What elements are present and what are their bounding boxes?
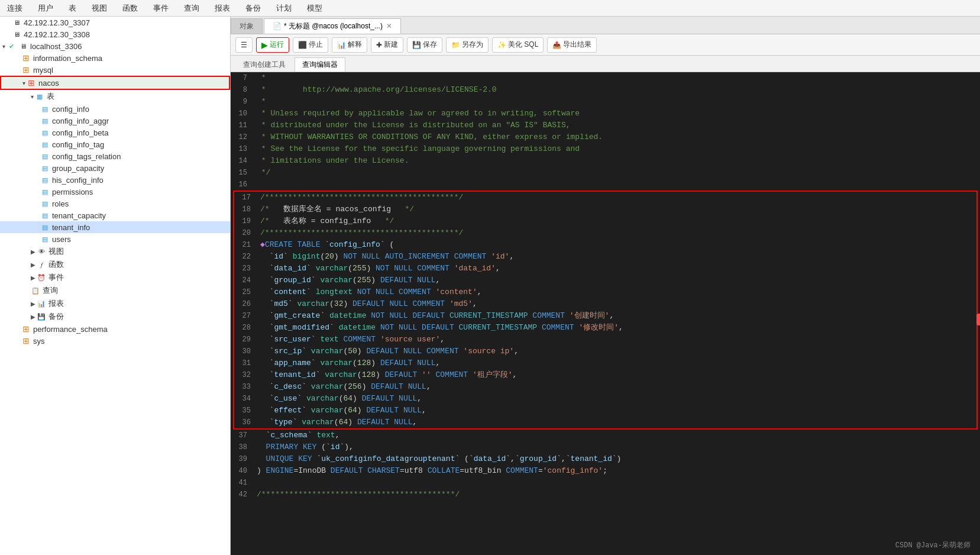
table-icon9: ▤ [40, 199, 50, 208]
table-config-tags-relation: config_tags_relation [52, 152, 121, 161]
code-line-39: 39 UNIQUE KEY `uk_configinfo_datagroupte… [231, 453, 980, 465]
table-tenant-capacity: tenant_capacity [52, 211, 106, 220]
code-editor[interactable]: 7 * 8 * http://www.apache.org/licenses/L… [231, 72, 980, 555]
save-button[interactable]: 💾 保存 [407, 37, 442, 53]
sidebar-item-users[interactable]: ▤ users [0, 233, 230, 245]
sidebar-item-reports[interactable]: ▶ 📊 报表 [0, 297, 230, 310]
tab-object-label: 对象 [240, 21, 254, 31]
hamburger-button[interactable]: ☰ [235, 37, 253, 53]
code-line-12: 12 * WITHOUT WARRANTIES OR CONDITIONS OF… [231, 131, 980, 143]
main-container: 🖥 42.192.12.30_3307 🖥 42.192.12.30_3308 … [0, 17, 980, 555]
info-schema-label: information_schema [33, 54, 102, 63]
sidebar-item-permissions[interactable]: ▤ permissions [0, 186, 230, 198]
view-arrow: ▶ [31, 249, 35, 255]
code-line-15: 15 */ [231, 167, 980, 179]
code-line-32: 32 `tenant_id` varchar(128) DEFAULT '' C… [234, 369, 976, 381]
stop-button[interactable]: ⬛ 停止 [293, 37, 328, 53]
code-line-42: 42 /************************************… [231, 489, 980, 501]
sidebar-item-tenant-info[interactable]: ▤ tenant_info [0, 221, 230, 233]
menu-item-table[interactable]: 表 [66, 2, 79, 15]
code-line-35: 35 `effect` varchar(64) DEFAULT NULL, [234, 405, 976, 417]
sidebar-item-information-schema[interactable]: ⊞ information_schema [0, 52, 230, 64]
tab-object[interactable]: 对象 [231, 18, 263, 34]
stop-icon: ⬛ [298, 41, 307, 49]
explain-button[interactable]: 📊 解释 [332, 37, 367, 53]
sub-tab-create-label: 查询创建工具 [243, 60, 286, 69]
sidebar-item-config-info-beta[interactable]: ▤ config_info_beta [0, 127, 230, 138]
tables-folder-label: 表 [47, 91, 54, 102]
sidebar-item-mysql[interactable]: ⊞ mysql [0, 64, 230, 76]
sidebar-item-group-capacity[interactable]: ▤ group_capacity [0, 162, 230, 174]
table-his-config-info: his_config_info [52, 176, 104, 185]
sidebar-item-functions[interactable]: ▶ 𝑓 函数 [0, 258, 230, 271]
code-line-7: 7 * [231, 72, 980, 84]
run-button[interactable]: ▶ 运行 [256, 37, 289, 53]
beautify-button[interactable]: ✨ 美化 SQL [492, 37, 544, 53]
sidebar-item-roles[interactable]: ▤ roles [0, 198, 230, 209]
code-line-25: 25 `content` longtext NOT NULL COMMENT '… [234, 286, 976, 298]
menu-item-backup[interactable]: 备份 [243, 2, 263, 15]
code-line-28: 28 `gmt_modified` datetime NOT NULL DEFA… [234, 322, 976, 334]
query-icon-tab: 📄 [273, 22, 282, 30]
export-button[interactable]: 📤 导出结果 [547, 37, 597, 53]
sidebar-item-config-info-aggr[interactable]: ▤ config_info_aggr [0, 115, 230, 127]
sidebar-item-server1[interactable]: 🖥 42.192.12.30_3307 [0, 17, 230, 28]
sidebar-item-events[interactable]: ▶ ⏰ 事件 [0, 271, 230, 284]
table-icon8: ▤ [40, 187, 50, 196]
report-icon: 📊 [37, 299, 46, 308]
sidebar-item-views[interactable]: ▶ 👁 视图 [0, 245, 230, 258]
localhost-label: localhost_3306 [30, 42, 82, 51]
menu-item-plan[interactable]: 计划 [274, 2, 294, 15]
table-icon10: ▤ [40, 211, 50, 220]
sub-tab-editor-label: 查询编辑器 [302, 60, 338, 69]
export-icon: 📤 [552, 41, 561, 49]
new-button[interactable]: ✚ 新建 [371, 37, 403, 53]
sidebar-item-sys[interactable]: ⊞ sys [0, 335, 230, 347]
menu-item-report[interactable]: 报表 [212, 2, 232, 15]
view-icon: 👁 [37, 247, 46, 256]
code-line-18: 18 /* 数据库全名 = nacos_config */ [234, 204, 976, 215]
menu-item-user[interactable]: 用户 [35, 2, 56, 15]
beautify-icon: ✨ [497, 41, 506, 49]
sidebar-item-tables-folder[interactable]: ▾ ▦ 表 [0, 90, 230, 103]
sub-tab-editor[interactable]: 查询编辑器 [295, 57, 345, 72]
sidebar-item-localhost[interactable]: ▾ ✔ 🖥 localhost_3306 [0, 40, 230, 52]
db-icon: ⊞ [21, 53, 31, 63]
sidebar-item-his-config-info[interactable]: ▤ his_config_info [0, 174, 230, 186]
menu-item-view[interactable]: 视图 [89, 2, 109, 15]
sidebar-item-nacos[interactable]: ▾ ⊞ nacos [0, 76, 230, 90]
table-icon4: ▤ [40, 140, 50, 149]
sidebar-item-config-info[interactable]: ▤ config_info [0, 103, 230, 115]
sidebar-item-queries[interactable]: 📋 查询 [0, 284, 230, 297]
sidebar-item-config-info-tag[interactable]: ▤ config_info_tag [0, 138, 230, 150]
menu-item-function[interactable]: 函数 [120, 2, 140, 15]
sidebar-item-backup[interactable]: ▶ 💾 备份 [0, 310, 230, 323]
tab-query[interactable]: 📄 * 无标题 @nacos (localhost_...) ✕ [264, 18, 401, 34]
run-label: 运行 [270, 40, 284, 50]
menu-item-event[interactable]: 事件 [151, 2, 171, 15]
backup-icon: 💾 [37, 312, 46, 321]
sidebar-item-config-tags-relation[interactable]: ▤ config_tags_relation [0, 150, 230, 162]
tab-close-icon[interactable]: ✕ [386, 22, 392, 30]
table-config-info-tag: config_info_tag [52, 140, 104, 149]
menu-item-query[interactable]: 查询 [182, 2, 202, 15]
code-line-23: 23 `data_id` varchar(255) NOT NULL COMME… [234, 263, 976, 275]
sidebar-item-performance-schema[interactable]: ⊞ performance_schema [0, 323, 230, 335]
table-permissions: permissions [52, 188, 93, 196]
table-icon: ▤ [40, 104, 50, 114]
sub-tab-create-tool[interactable]: 查询创建工具 [235, 57, 293, 72]
table-config-info-beta: config_info_beta [52, 128, 108, 137]
menu-item-model[interactable]: 模型 [305, 2, 325, 15]
backup-arrow: ▶ [31, 314, 35, 320]
functions-label: 函数 [48, 259, 64, 270]
sidebar-item-server2[interactable]: 🖥 42.192.12.30_3308 [0, 28, 230, 40]
menu-item-connect[interactable]: 连接 [5, 2, 25, 15]
save-as-button[interactable]: 📁 另存为 [446, 37, 489, 53]
sys-label: sys [33, 337, 45, 346]
table-icon5: ▤ [40, 151, 50, 161]
sidebar-item-tenant-capacity[interactable]: ▤ tenant_capacity [0, 209, 230, 221]
table-tenant-info: tenant_info [52, 223, 90, 232]
server-icon: 🖥 [12, 18, 21, 27]
watermark: CSDN @Java-呆萌老师 [895, 540, 971, 550]
highlight-region: 17 /************************************… [233, 191, 978, 430]
